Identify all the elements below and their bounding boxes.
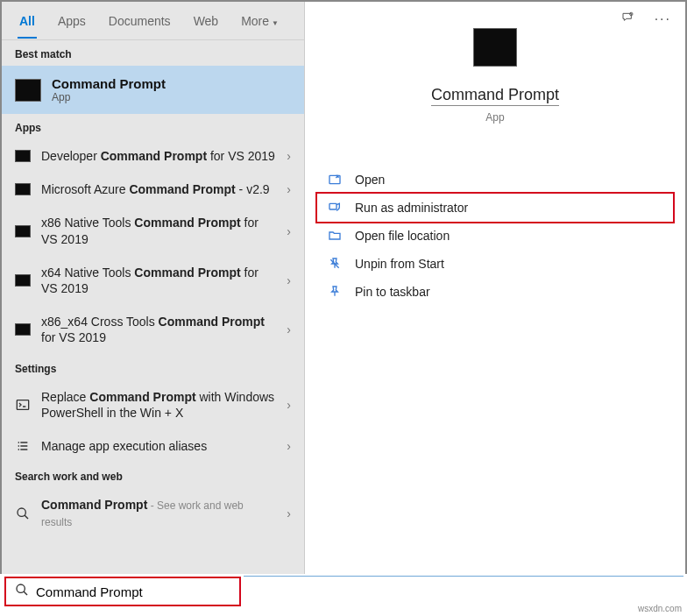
chevron-down-icon: ▼ xyxy=(272,19,279,27)
unpin-icon xyxy=(328,257,342,271)
chevron-right-icon: › xyxy=(287,224,291,238)
command-prompt-icon xyxy=(15,183,31,195)
more-options-icon[interactable]: ··· xyxy=(655,11,671,27)
command-prompt-icon xyxy=(15,225,31,237)
best-match-item[interactable]: Command Prompt App xyxy=(2,66,304,114)
list-item-label: Microsoft Azure Command Prompt - v2.9 xyxy=(41,181,276,197)
search-filter-tabs: All Apps Documents Web More▼ xyxy=(2,2,304,40)
app-list-item[interactable]: x86_x64 Cross Tools Command Prompt for V… xyxy=(2,305,304,354)
svg-rect-0 xyxy=(17,400,28,409)
chevron-right-icon: › xyxy=(287,149,291,163)
chevron-right-icon: › xyxy=(287,506,291,520)
action-label: Open file location xyxy=(355,229,450,243)
list-item-label: Replace Command Prompt with Windows Powe… xyxy=(41,389,276,421)
search-icon xyxy=(15,583,29,600)
command-prompt-icon xyxy=(15,274,31,287)
section-best-match: Best match xyxy=(2,40,304,66)
tab-apps[interactable]: Apps xyxy=(56,4,88,39)
app-list-item[interactable]: Developer Command Prompt for VS 2019 › xyxy=(2,139,304,173)
preview-title[interactable]: Command Prompt xyxy=(431,86,559,106)
action-label: Unpin from Start xyxy=(355,257,444,271)
settings-item-replace[interactable]: Replace Command Prompt with Windows Powe… xyxy=(2,380,304,429)
watermark: wsxdn.com xyxy=(638,604,682,613)
action-label: Pin to taskbar xyxy=(355,285,430,299)
list-item-label: Manage app execution aliases xyxy=(41,438,276,454)
feedback-icon[interactable] xyxy=(621,11,635,28)
terminal-icon xyxy=(15,398,31,412)
tab-more[interactable]: More▼ xyxy=(239,4,280,39)
list-item-label: x86 Native Tools Command Prompt for VS 2… xyxy=(41,215,276,246)
list-item-label: x86_x64 Cross Tools Command Prompt for V… xyxy=(41,314,276,345)
chevron-right-icon: › xyxy=(287,273,291,287)
action-open[interactable]: Open xyxy=(317,166,673,194)
tab-all[interactable]: All xyxy=(18,4,37,39)
action-label: Open xyxy=(355,173,385,187)
action-open-file-location[interactable]: Open file location xyxy=(317,222,673,250)
open-icon xyxy=(328,173,342,187)
best-match-title: Command Prompt xyxy=(52,76,166,91)
tab-web[interactable]: Web xyxy=(192,4,221,39)
command-prompt-icon xyxy=(473,28,517,67)
chevron-right-icon: › xyxy=(287,322,291,336)
svg-point-5 xyxy=(17,584,25,592)
command-prompt-icon xyxy=(15,150,31,162)
action-pin-to-taskbar[interactable]: Pin to taskbar xyxy=(317,278,673,306)
action-unpin-from-start[interactable]: Unpin from Start xyxy=(317,250,673,278)
search-icon xyxy=(15,506,31,520)
command-prompt-icon xyxy=(15,79,41,102)
svg-point-1 xyxy=(18,508,25,516)
search-input-container[interactable] xyxy=(4,577,241,606)
preview-subtitle: App xyxy=(322,111,668,124)
chevron-right-icon: › xyxy=(287,398,291,412)
folder-icon xyxy=(328,229,342,243)
section-search-web: Search work and web xyxy=(2,463,304,488)
chevron-right-icon: › xyxy=(287,182,291,196)
web-search-item[interactable]: Command Prompt - See work and web result… xyxy=(2,488,304,538)
command-prompt-icon xyxy=(15,323,31,336)
settings-item-aliases[interactable]: Manage app execution aliases › xyxy=(2,429,304,463)
section-apps: Apps xyxy=(2,114,304,139)
list-item-label: Command Prompt - See work and web result… xyxy=(41,497,276,529)
tab-documents[interactable]: Documents xyxy=(107,4,173,39)
app-list-item[interactable]: x64 Native Tools Command Prompt for VS 2… xyxy=(2,256,304,305)
preview-pane: Command Prompt App xyxy=(305,28,685,124)
chevron-right-icon: › xyxy=(287,439,291,453)
list-icon xyxy=(15,439,31,453)
app-list-item[interactable]: Microsoft Azure Command Prompt - v2.9 › xyxy=(2,173,304,206)
action-label: Run as administrator xyxy=(355,201,468,215)
shield-icon xyxy=(328,201,342,215)
action-run-as-administrator[interactable]: Run as administrator xyxy=(317,194,673,222)
app-list-item[interactable]: x86 Native Tools Command Prompt for VS 2… xyxy=(2,206,304,255)
pin-icon xyxy=(328,285,342,299)
svg-rect-4 xyxy=(329,203,336,209)
list-item-label: x64 Native Tools Command Prompt for VS 2… xyxy=(41,265,276,296)
section-settings: Settings xyxy=(2,355,304,380)
search-input[interactable] xyxy=(36,584,230,599)
list-item-label: Developer Command Prompt for VS 2019 xyxy=(41,148,276,164)
divider xyxy=(244,576,683,577)
best-match-subtitle: App xyxy=(52,91,166,103)
